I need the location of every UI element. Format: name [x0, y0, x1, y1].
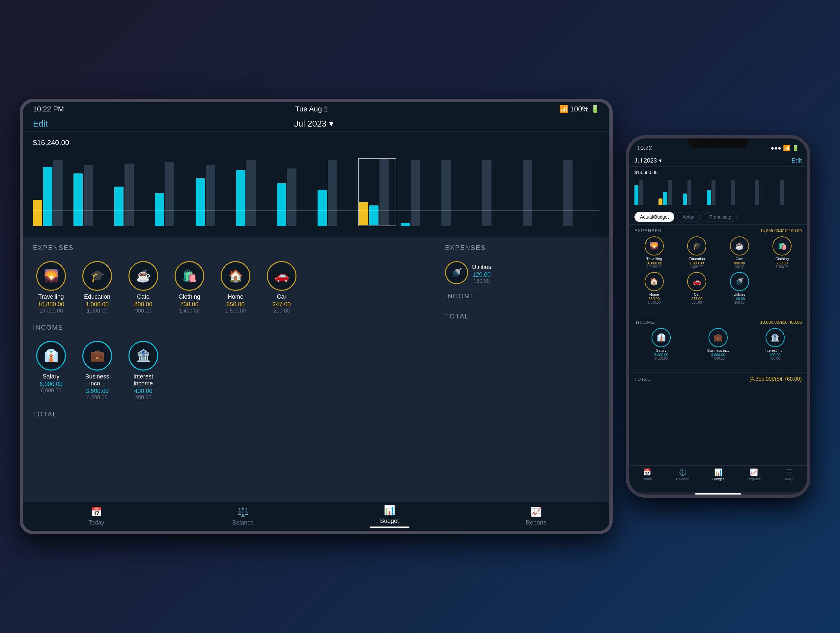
phone-expenses-grid: 🌄 Travelling 10,800.00 10,000.00 🎓 Educa…	[635, 236, 802, 304]
tablet-chevron-down-icon: ▾	[329, 119, 333, 129]
phone-car-name: Car	[694, 293, 699, 296]
tab-balance[interactable]: ⚖️ Balance	[170, 506, 316, 526]
clothing-icon: 🛍️	[175, 261, 204, 291]
tablet-nav-bar: Edit Jul 2023 ▾	[23, 116, 609, 132]
tablet-income-row: 👔 Salary 6,000.00 6,000.00 💼 Business in…	[33, 341, 428, 400]
phone-cat-cafe[interactable]: ☕ Cafe 800.00 900.00	[720, 236, 759, 269]
bar-cyan	[196, 178, 205, 226]
chart-bar-group-13	[523, 160, 559, 226]
category-item-education[interactable]: 🎓 Education 1,000.00 1,000.00	[79, 261, 115, 314]
interest-budget: 400.00	[136, 395, 152, 400]
phone-cafe-budget: 900.00	[734, 265, 744, 269]
phone-utilities-budget: 160.00	[734, 301, 744, 304]
category-item-clothing[interactable]: 🛍️ Clothing 738.00 1,400.00	[171, 261, 207, 314]
phone-tab-reports[interactable]: 📈 Reports	[736, 468, 772, 481]
phone-income-title: INCOME	[635, 320, 655, 325]
clothing-budget: 1,400.00	[179, 308, 200, 314]
tablet-expenses-title: EXPENSES	[33, 244, 428, 255]
category-item-car[interactable]: 🚗 Car 247.00 200.00	[264, 261, 300, 314]
tablet-income-title: INCOME	[33, 324, 428, 334]
filter-actual-budget[interactable]: Actual/Budget	[635, 212, 674, 222]
phone-cat-education[interactable]: 🎓 Education 1,000.00 1,000.00	[677, 236, 717, 269]
tab-reports[interactable]: 📈 Reports	[463, 506, 609, 526]
phone-interest-budget: 400.00	[770, 357, 780, 360]
category-item-home[interactable]: 🏠 Home 650.00 1,500.00	[218, 261, 254, 314]
phone-utilities-name: Utilities	[734, 293, 745, 296]
bar-yellow	[359, 202, 368, 225]
filter-actual[interactable]: Actual	[677, 212, 701, 222]
car-actual: 247.00	[272, 301, 291, 308]
phone-income-grid: 👔 Salary 6,000.00 6,000.00 💼 Business in…	[635, 328, 802, 360]
bar-cyan	[114, 187, 123, 226]
tablet-tab-bar: 📅 Today ⚖️ Balance 📊 Budget 📈 Reports	[23, 501, 609, 531]
phone-tab-budget[interactable]: 📊 Budget	[700, 468, 736, 481]
chart-bar-group-8	[317, 160, 354, 226]
tab-budget[interactable]: 📊 Budget	[316, 505, 463, 528]
tablet-total-section: TOTAL	[33, 410, 428, 421]
category-item-travelling[interactable]: 🌄 Travelling 10,800.00 10,000.00	[33, 261, 69, 314]
phone-tab-balance-label: Balance	[676, 477, 689, 481]
tab-today[interactable]: 📅 Today	[23, 506, 170, 526]
category-item-interest[interactable]: 🏦 Interest income 400.00 400.00	[125, 341, 161, 400]
phone-business-icon: 💼	[709, 328, 728, 347]
tablet-month-selector[interactable]: Jul 2023 ▾	[294, 119, 333, 129]
bar-cyan	[401, 223, 410, 226]
phone-education-icon: 🎓	[687, 236, 706, 255]
phone-bar-cyan	[635, 185, 638, 205]
filter-remaining[interactable]: Remaining	[704, 212, 737, 222]
category-item-salary[interactable]: 👔 Salary 6,000.00 6,000.00	[33, 341, 69, 400]
phone-cat-utilities[interactable]: 🚿 Utilities 120.00 160.00	[720, 272, 759, 304]
phone-tab-budget-label: Budget	[712, 477, 724, 481]
phone-scroll-area[interactable]: EXPENSES 14,355.00/$15,160.00 🌄 Travelli…	[629, 225, 807, 465]
chart-bar-group-7	[277, 168, 313, 226]
bar-cyan	[277, 183, 286, 226]
phone-clothing-actual: 738.00	[777, 261, 788, 265]
phone-education-actual: 1,000.00	[690, 261, 704, 265]
phone-car-actual: 247.00	[691, 297, 702, 301]
car-name: Car	[277, 293, 286, 300]
tablet-expenses-section: EXPENSES 🌄 Travelling 10,800.00 10,000.0…	[33, 244, 428, 314]
phone-notch	[688, 138, 748, 148]
phone-tab-today[interactable]: 📅 Today	[629, 468, 665, 481]
tablet-status-bar: 10:22 PM Tue Aug 1 📶 100% 🔋	[23, 102, 609, 116]
tablet-panel-income-title: INCOME	[445, 293, 603, 303]
phone-utilities-actual: 120.00	[734, 297, 745, 301]
chart-bar-group-5	[196, 165, 232, 226]
phone-cat-interest[interactable]: 🏦 Interest inc... 400.00 400.00	[748, 328, 802, 360]
panel-utilities-row[interactable]: 🚿 Utilities 120.00 160.00	[445, 261, 603, 287]
tablet-month-label: Jul 2023	[294, 119, 327, 129]
education-icon: 🎓	[82, 261, 112, 291]
phone-total-label: TOTAL	[635, 377, 650, 382]
phone-car-budget: 200.00	[692, 301, 702, 304]
phone-cat-clothing[interactable]: 🛍️ Clothing 738.00 1,400.00	[763, 236, 802, 269]
phone-bar-1	[635, 180, 657, 205]
panel-utilities-name: Utilities	[472, 264, 491, 271]
phone-tab-more[interactable]: ☰ More	[772, 468, 807, 481]
phone-home-budget: 1,500.00	[647, 301, 660, 304]
phone-education-name: Education	[689, 257, 705, 261]
bar-cyan	[155, 193, 164, 226]
phone-income-header: INCOME 10,000.00/$10,400.00	[635, 320, 802, 325]
tablet-expenses-row: 🌄 Travelling 10,800.00 10,000.00 🎓 Educa…	[33, 261, 428, 314]
phone-cat-salary[interactable]: 👔 Salary 6,000.00 6,000.00	[635, 328, 688, 360]
phone-tab-balance[interactable]: ⚖️ Balance	[665, 468, 700, 481]
phone-cat-home[interactable]: 🏠 Home 650.00 1,500.00	[635, 272, 674, 304]
phone-expenses-amount: 14,355.00/$15,160.00	[760, 228, 802, 233]
phone-edit-button[interactable]: Edit	[791, 157, 802, 164]
bar-dark	[54, 160, 63, 226]
budget-icon: 📊	[384, 505, 395, 516]
phone-cat-business[interactable]: 💼 Business in... 3,600.00 4,000.00	[692, 328, 745, 360]
category-item-business[interactable]: 💼 Business inco... 3,600.00 4,000.00	[79, 341, 115, 400]
phone-cafe-icon: ☕	[730, 236, 749, 255]
phone-month-selector[interactable]: Jul 2023 ▾	[635, 157, 662, 164]
phone-today-icon: 📅	[643, 468, 651, 476]
phone-cat-travelling[interactable]: 🌄 Travelling 10,800.00 10,000.00	[635, 236, 674, 269]
home-icon: 🏠	[221, 261, 250, 291]
phone-cat-car[interactable]: 🚗 Car 247.00 200.00	[677, 272, 717, 304]
category-item-cafe[interactable]: ☕ Cafe 800.00 900.00	[125, 261, 161, 314]
phone-home-name: Home	[649, 293, 659, 296]
bar-cyan	[369, 206, 379, 225]
tablet-edit-button[interactable]: Edit	[33, 119, 48, 129]
phone-signal-icons: ●●● 📶 🔋	[771, 144, 799, 152]
phone-home-indicator	[695, 493, 741, 495]
